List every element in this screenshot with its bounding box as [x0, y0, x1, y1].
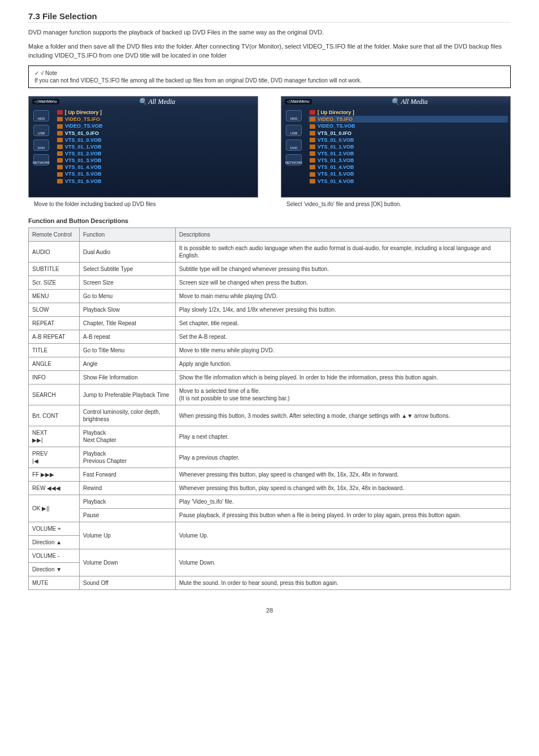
- screenshot-right: ◁ MainMenu 🔍 All Media HDD USB DVD NETWO…: [281, 96, 511, 198]
- intro-p2: Make a folder and then save all the DVD …: [28, 42, 511, 60]
- page-number: 28: [28, 607, 511, 614]
- side-net-icon: NETWORK: [286, 154, 302, 165]
- th-function: Function: [80, 228, 176, 242]
- table-row: AUDIODual AudioIt is possible to switch …: [29, 242, 511, 263]
- allmedia-title: 🔍 All Media: [391, 98, 428, 106]
- table-row: TITLEGo to Title MenuMove to title menu …: [29, 344, 511, 357]
- table-row: ANGLEAngleApply angle function.: [29, 357, 511, 371]
- caption-right: Select 'video_ts.ifo' file and press [OK…: [281, 201, 511, 207]
- table-row: MENUGo to MenuMove to main menu while pl…: [29, 290, 511, 303]
- allmedia-title: 🔍 All Media: [138, 98, 175, 106]
- side-hdd-icon: HDD: [286, 110, 302, 121]
- section-title: 7.3 File Selection: [28, 11, 511, 21]
- intro-block: DVD manager function supports the playba…: [28, 28, 511, 60]
- note-box: ✓ √ Note If you can not find VIDEO_TS.IF…: [28, 65, 511, 88]
- table-row: OK ▶|| Playback Play 'Video_ts.ifo' file…: [29, 495, 511, 509]
- function-button-descriptions-title: Function and Button Descriptions: [28, 217, 511, 224]
- table-row: PREV|◀ Playback Previous Chapter Play a …: [29, 447, 511, 468]
- th-descriptions: Descriptions: [176, 228, 511, 242]
- table-row: SLOWPlayback SlowPlay slowly 1/2x, 1/4x,…: [29, 303, 511, 317]
- table-row: FF ▶▶▶Fast ForwardWhenever pressing this…: [29, 468, 511, 482]
- table-row: Scr. SIZEScreen SizeScreen size will be …: [29, 276, 511, 290]
- side-hdd-icon: HDD: [33, 110, 49, 121]
- th-remote-control: Remote Control: [29, 228, 80, 242]
- section-divider: [28, 22, 511, 23]
- table-row: Pause Pause playback, if pressing this b…: [29, 509, 511, 522]
- table-row: SUBTITLESelect Subtitle TypeSubtitle typ…: [29, 263, 511, 276]
- function-table: Remote Control Function Descriptions AUD…: [28, 228, 511, 590]
- screenshot-footer: Path: /hdd/DISK1/Movie/Movie/Korean/[DVD…: [281, 197, 510, 198]
- file-list-right: [ Up Directory ] VIDEO_TS.IFO VIDEO_TS.V…: [306, 107, 510, 197]
- intro-p1: DVD manager function supports the playba…: [28, 28, 511, 37]
- table-row: VOLUME + Volume Up Volume Up.: [29, 522, 511, 536]
- side-dvd-icon: DVD: [33, 139, 49, 151]
- caption-left: Move to the folder including backed up D…: [28, 201, 258, 207]
- note-label: ✓ √ Note: [34, 69, 505, 77]
- table-row: NEXT▶▶| Playback Next Chapter Play a nex…: [29, 426, 511, 447]
- mainmenu-badge: ◁ MainMenu: [32, 99, 59, 104]
- screenshots-row: ◁ MainMenu 🔍 All Media HDD USB DVD NETWO…: [28, 96, 511, 207]
- side-icons: HDD USB DVD NETWORK: [29, 107, 54, 197]
- side-usb-icon: USB: [286, 125, 302, 136]
- table-row: INFOShow File InformationShow the file i…: [29, 371, 511, 384]
- note-text: If you can not find VIDEO_TS.IFO file am…: [34, 77, 505, 84]
- table-row: Brt. CONTControl luminosity, color depth…: [29, 405, 511, 426]
- side-icons: HDD USB DVD NETWORK: [281, 107, 306, 197]
- table-row: A-B REPEATA-B repeatSet the A-B repeat.: [29, 330, 511, 344]
- file-list-left: [ Up Directory ] VIDEO_TS.IFO VIDEO_TS.V…: [54, 107, 258, 197]
- table-row: MUTESound OffMute the sound. In order to…: [29, 576, 511, 590]
- mainmenu-badge: ◁ MainMenu: [285, 99, 312, 104]
- screenshot-left: ◁ MainMenu 🔍 All Media HDD USB DVD NETWO…: [28, 96, 258, 198]
- table-row: REPEATChapter, Title RepeatSet chapter, …: [29, 317, 511, 330]
- side-dvd-icon: DVD: [286, 139, 302, 151]
- table-row: VOLUME - Volume Down Volume Down.: [29, 549, 511, 563]
- table-row: REW ◀◀◀RewindWhenever pressing this butt…: [29, 482, 511, 495]
- table-row: SEARCHJump to Preferable Playback TimeMo…: [29, 384, 511, 405]
- side-net-icon: NETWORK: [33, 154, 49, 165]
- side-usb-icon: USB: [33, 125, 49, 136]
